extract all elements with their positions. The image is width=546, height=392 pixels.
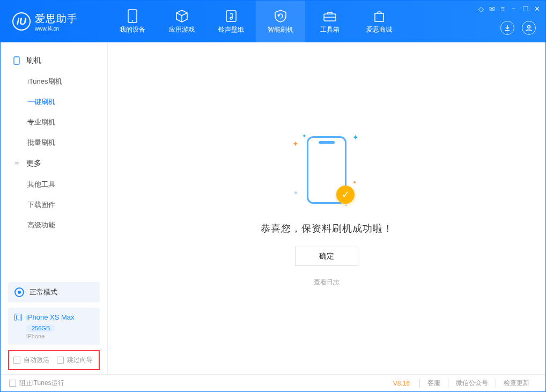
- logo-icon: iU: [12, 12, 31, 31]
- app-window: iU 爱思助手 www.i4.cn 我的设备 应用游戏 铃声壁纸 智能刷机: [0, 0, 546, 392]
- success-message: 恭喜您，保资料刷机成功啦！: [261, 222, 393, 235]
- svg-point-3: [230, 17, 232, 19]
- body: 刷机 iTunes刷机 一键刷机 专业刷机 批量刷机 ≡ 更多 其他工具 下载固…: [1, 42, 545, 374]
- device-small-icon: [14, 314, 22, 321]
- sparkle-icon: ✦: [344, 203, 348, 208]
- nav-store[interactable]: 爱思商城: [355, 1, 404, 42]
- footer-link-wechat[interactable]: 微信公众号: [448, 379, 496, 388]
- dot-icon: [353, 181, 356, 183]
- top-nav: 我的设备 应用游戏 铃声壁纸 智能刷机 工具箱 爱思商城: [108, 1, 404, 42]
- window-controls-row2: [500, 21, 536, 35]
- download-button[interactable]: [500, 21, 514, 35]
- sidebar-group-flash: 刷机: [1, 50, 107, 71]
- device-name: iPhone XS Max: [26, 313, 75, 321]
- svg-rect-6: [14, 57, 19, 64]
- close-button[interactable]: ✕: [534, 5, 540, 13]
- maximize-button[interactable]: ☐: [522, 5, 529, 13]
- header: iU 爱思助手 www.i4.cn 我的设备 应用游戏 铃声壁纸 智能刷机: [1, 1, 545, 42]
- cube-icon: [175, 9, 189, 23]
- app-subtitle: www.i4.cn: [35, 26, 78, 32]
- sidebar-item-itunes-flash[interactable]: iTunes刷机: [1, 71, 107, 92]
- device-brand: iPhone: [26, 333, 93, 339]
- toolbox-icon: [323, 9, 337, 23]
- svg-point-5: [528, 26, 530, 28]
- device-capacity: 256GB: [26, 324, 55, 332]
- checkbox-box-icon: [57, 357, 64, 364]
- mode-card[interactable]: 正常模式: [8, 282, 100, 302]
- view-log-link[interactable]: 查看日志: [314, 278, 340, 287]
- sidebar-item-download-firmware[interactable]: 下载固件: [1, 195, 107, 215]
- checkbox-skip-wizard[interactable]: 跳过向导: [57, 356, 93, 365]
- checkbox-block-itunes[interactable]: 阻止iTunes运行: [9, 379, 64, 388]
- highlighted-checkbox-row: 自动激活 跳过向导: [8, 350, 100, 370]
- list-icon: ≡: [12, 159, 21, 168]
- menu-icon[interactable]: ≡: [500, 5, 505, 13]
- sidebar-item-batch-flash[interactable]: 批量刷机: [1, 132, 107, 153]
- success-illustration: ✦ ✦ ✦ ✦ ✓: [278, 130, 375, 210]
- footer: 阻止iTunes运行 V8.16 客服 微信公众号 检查更新: [1, 374, 545, 391]
- sidebar-item-other-tools[interactable]: 其他工具: [1, 174, 107, 195]
- sidebar: 刷机 iTunes刷机 一键刷机 专业刷机 批量刷机 ≡ 更多 其他工具 下载固…: [1, 42, 108, 374]
- bag-icon: [372, 9, 386, 23]
- nav-ringtones[interactable]: 铃声壁纸: [206, 1, 256, 42]
- sparkle-icon: ✦: [302, 133, 306, 139]
- sidebar-item-advanced[interactable]: 高级功能: [1, 215, 107, 235]
- device-card[interactable]: iPhone XS Max 256GB iPhone: [8, 308, 100, 345]
- minimize-button[interactable]: －: [510, 4, 517, 13]
- device-icon: [126, 9, 139, 23]
- nav-smart-flash[interactable]: 智能刷机: [256, 1, 305, 42]
- footer-link-support[interactable]: 客服: [419, 379, 448, 388]
- svg-rect-2: [226, 11, 236, 21]
- nav-my-device[interactable]: 我的设备: [108, 1, 157, 42]
- phone-small-icon: [12, 56, 21, 65]
- nav-apps-games[interactable]: 应用游戏: [157, 1, 206, 42]
- logo-block: iU 爱思助手 www.i4.cn: [1, 1, 108, 42]
- footer-link-update[interactable]: 检查更新: [496, 379, 537, 388]
- sparkle-icon: ✦: [292, 139, 299, 148]
- success-check-icon: ✓: [336, 186, 355, 204]
- version-label: V8.16: [393, 380, 410, 387]
- refresh-shield-icon: [274, 9, 287, 23]
- checkbox-auto-activate[interactable]: 自动激活: [13, 356, 49, 365]
- user-button[interactable]: [522, 21, 536, 35]
- sidebar-item-pro-flash[interactable]: 专业刷机: [1, 112, 107, 132]
- ok-button[interactable]: 确定: [295, 247, 358, 266]
- svg-point-1: [132, 20, 133, 21]
- main-content: ✦ ✦ ✦ ✦ ✓ 恭喜您，保资料刷机成功啦！ 确定 查看日志: [108, 42, 545, 374]
- dot-icon: [294, 191, 297, 194]
- app-title: 爱思助手: [35, 12, 78, 26]
- checkbox-box-icon: [9, 380, 16, 387]
- feedback-icon[interactable]: ✉: [489, 5, 495, 13]
- sidebar-group-more: ≡ 更多: [1, 153, 107, 174]
- music-icon: [224, 9, 238, 23]
- window-controls-row1: ◇ ✉ ≡ － ☐ ✕: [478, 4, 540, 13]
- checkbox-box-icon: [13, 357, 20, 364]
- mode-label: 正常模式: [29, 287, 57, 297]
- sparkle-icon: ✦: [352, 133, 359, 142]
- shirt-icon[interactable]: ◇: [478, 5, 484, 13]
- mode-status-icon: [14, 287, 24, 297]
- svg-rect-7: [17, 315, 20, 320]
- sidebar-item-oneclick-flash[interactable]: 一键刷机: [1, 92, 107, 112]
- nav-toolbox[interactable]: 工具箱: [305, 1, 355, 42]
